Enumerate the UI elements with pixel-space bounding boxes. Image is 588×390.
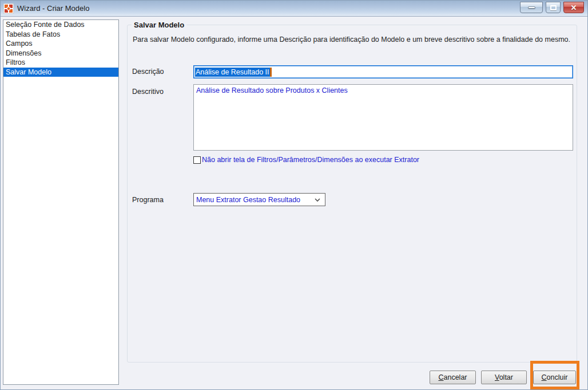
groupbox-title: Salvar Modelo: [132, 21, 186, 29]
step-campos[interactable]: Campos: [3, 39, 118, 49]
close-icon: ✕: [571, 4, 577, 11]
programa-value: Menu Extrator Gestao Resultado: [196, 196, 300, 204]
cancelar-button[interactable]: Cancelar: [430, 371, 476, 384]
text-caret: [270, 68, 272, 77]
programa-label: Programa: [132, 196, 164, 204]
step-salvar-modelo[interactable]: Salvar Modelo: [3, 68, 118, 77]
step-dimensoes[interactable]: Dimensões: [3, 49, 118, 58]
programa-dropdown[interactable]: Menu Extrator Gestao Resultado: [193, 193, 325, 206]
wizard-steps-list: Seleção Fonte de Dados Tabelas de Fatos …: [3, 19, 119, 385]
chevron-down-icon: [314, 196, 321, 203]
checkbox-label: Não abrir tela de Filtros/Parâmetros/Dim…: [202, 156, 419, 164]
descritivo-textarea[interactable]: Análise de Resultado sobre Produtos x Cl…: [193, 84, 573, 151]
close-button[interactable]: ✕: [563, 2, 584, 13]
descricao-label: Descrição: [132, 68, 164, 76]
instructions-text: Para salvar Modelo configurado, informe …: [133, 36, 573, 44]
app-icon: [3, 3, 14, 14]
step-selecao-fonte-de-dados[interactable]: Seleção Fonte de Dados: [3, 20, 118, 30]
step-filtros[interactable]: Filtros: [3, 58, 118, 68]
descricao-value: Análise de Resultado II: [195, 68, 270, 77]
descritivo-value: Análise de Resultado sobre Produtos x Cl…: [196, 86, 348, 94]
window-title: Wizard - Criar Modelo: [17, 4, 89, 13]
wizard-dialog: Wizard - Criar Modelo ✕ Seleção Fonte de…: [0, 0, 588, 390]
maximize-button[interactable]: [546, 2, 561, 13]
voltar-button[interactable]: Voltar: [481, 371, 527, 384]
concluir-button[interactable]: Concluir: [533, 371, 576, 384]
nao-abrir-tela-checkbox-row[interactable]: Não abrir tela de Filtros/Parâmetros/Dim…: [193, 156, 419, 164]
descricao-input[interactable]: Análise de Resultado II: [193, 65, 573, 78]
titlebar[interactable]: Wizard - Criar Modelo ✕: [1, 1, 587, 17]
step-tabelas-de-fatos[interactable]: Tabelas de Fatos: [3, 30, 118, 40]
minimize-button[interactable]: [520, 2, 543, 13]
minimize-icon: [528, 6, 535, 9]
descritivo-label: Descritivo: [132, 88, 164, 96]
checkbox-unchecked-icon[interactable]: [193, 156, 201, 164]
maximize-icon: [550, 5, 557, 10]
